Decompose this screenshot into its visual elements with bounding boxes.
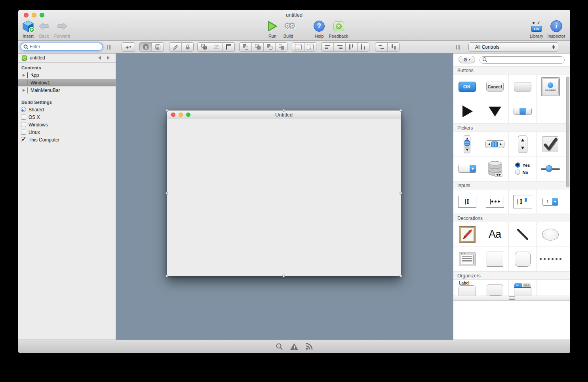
build-item-this-computer[interactable]: This Computer — [18, 136, 116, 143]
build-item-shared[interactable]: Shared — [18, 106, 116, 113]
align-bottom-button[interactable] — [357, 43, 369, 51]
resize-handle-top-left[interactable] — [166, 109, 168, 112]
match-height-button[interactable]: ↕ — [304, 43, 316, 51]
feedback-button[interactable]: ✕ Feedback — [326, 20, 351, 38]
design-window-titlebar[interactable]: Untitled — [167, 111, 401, 119]
checkbox-icon — [542, 136, 558, 152]
resize-handle-top-right[interactable] — [400, 109, 402, 112]
move-backward-button[interactable] — [263, 43, 275, 51]
library-item-pagepanel[interactable] — [481, 280, 509, 296]
library-item-horizontal-scrollbar[interactable] — [481, 132, 509, 156]
resize-handle-right[interactable] — [400, 192, 402, 195]
linux-checkbox[interactable] — [21, 130, 26, 135]
forward-button[interactable]: Forward — [52, 20, 72, 38]
build-item-windows[interactable]: Windows — [18, 121, 116, 128]
find-icon[interactable] — [276, 343, 283, 350]
library-item-default-button[interactable]: OK — [453, 74, 481, 99]
disclosure-triangle-icon[interactable] — [23, 74, 26, 77]
library-item-text-area[interactable]: I — [509, 189, 537, 214]
library-item-radio-buttons[interactable]: Yes No — [509, 157, 537, 181]
xojo-ide-window: untitled Insert Back — [18, 10, 570, 353]
resize-handle-bottom-right[interactable] — [400, 275, 402, 277]
library-item-disclosure-triangle[interactable] — [453, 99, 481, 123]
resize-handle-top[interactable] — [282, 109, 285, 112]
contents-header: Contents — [18, 63, 116, 71]
windows-checkbox[interactable] — [21, 122, 26, 127]
library-item-separator[interactable] — [537, 247, 564, 271]
duplicate-button[interactable]: 1 — [198, 43, 210, 51]
align-right-button[interactable] — [333, 43, 345, 51]
library-item-checkbox[interactable] — [537, 132, 564, 156]
library-splitter[interactable] — [453, 296, 570, 301]
add-control-button[interactable]: +▾ — [122, 42, 135, 52]
library-item-popup-arrow[interactable] — [481, 99, 509, 123]
move-to-front-button[interactable] — [240, 43, 251, 51]
disclosure-triangle-icon[interactable] — [23, 89, 26, 92]
sidebar-resize-grip[interactable] — [107, 45, 111, 50]
build-item-linux[interactable]: Linux — [18, 128, 116, 136]
layout-view-button[interactable] — [140, 43, 152, 51]
library-item-cancel-button[interactable]: Cancel — [481, 74, 509, 99]
match-width-button[interactable]: ↔ — [292, 43, 304, 51]
library-item-vertical-scrollbar[interactable] — [453, 132, 481, 156]
list-view-button[interactable] — [152, 43, 164, 51]
library-item-slider[interactable] — [537, 157, 564, 181]
align-top-button[interactable] — [345, 43, 357, 51]
library-item-groupbox[interactable]: Label — [453, 280, 481, 296]
library-item-tabpanel[interactable]: Tab 1 Tab 2 — [509, 280, 537, 296]
distribute-vertical-button[interactable] — [387, 43, 399, 51]
edit-mode-button[interactable] — [169, 43, 181, 51]
insert-cube-icon — [22, 20, 34, 32]
corner-button[interactable] — [222, 43, 234, 51]
library-item-database-query[interactable] — [481, 157, 509, 181]
library-item-updown-arrows[interactable] — [509, 132, 537, 156]
filter-input[interactable] — [21, 43, 103, 51]
library-item-pushbutton[interactable] — [509, 74, 537, 99]
this-computer-checkbox[interactable] — [21, 137, 26, 142]
library-item-oval[interactable] — [537, 222, 564, 246]
measure-button[interactable] — [210, 43, 222, 51]
align-left-button[interactable] — [322, 43, 333, 51]
library-grid: Buttons OK Cancel Icon & Label — [453, 66, 570, 296]
library-item-text-field[interactable]: I — [453, 189, 481, 214]
library-item-segmented-control[interactable] — [509, 99, 537, 123]
design-window[interactable]: Untitled — [167, 110, 401, 276]
move-to-back-button[interactable] — [275, 43, 287, 51]
library-item-round-rectangle[interactable] — [509, 247, 537, 271]
sidebar-item-app[interactable]: App — [18, 71, 116, 79]
sidebar-item-window1[interactable]: Window1 — [18, 79, 116, 86]
layout-canvas[interactable]: Untitled — [116, 53, 453, 340]
move-forward-button[interactable] — [251, 43, 263, 51]
inspector-toggle-button[interactable]: i Inspector — [544, 20, 568, 38]
library-category-popup[interactable]: All Controls — [468, 42, 558, 52]
project-row[interactable]: untitled — [18, 53, 116, 63]
feed-icon[interactable] — [305, 343, 313, 350]
library-item-popup-menu[interactable] — [453, 157, 481, 181]
library-settings-button[interactable]: ⚙▾ — [459, 56, 475, 63]
library-item-rectangle[interactable] — [481, 247, 509, 271]
resize-handle-bottom[interactable] — [282, 275, 285, 277]
distribute-horizontal-button[interactable] — [375, 43, 387, 51]
library-toggle-button[interactable]: ✓ OK Library — [526, 20, 547, 38]
library-item-combo-box[interactable]: 1 — [537, 189, 564, 214]
back-button[interactable]: Back — [35, 20, 53, 38]
library-item-password-field[interactable] — [481, 189, 509, 214]
resize-handle-left[interactable] — [166, 192, 168, 195]
history-back-icon[interactable] — [96, 56, 101, 60]
osx-checkbox[interactable] — [21, 115, 26, 120]
resize-handle-bottom-left[interactable] — [166, 275, 168, 277]
warnings-icon[interactable] — [290, 343, 299, 350]
library-item-line[interactable] — [509, 222, 537, 246]
library-item-listbox[interactable] — [453, 247, 481, 271]
library-item-label[interactable]: Aa — [481, 222, 509, 246]
lock-button[interactable] — [181, 43, 193, 51]
history-forward-icon[interactable] — [107, 56, 112, 60]
build-button[interactable]: ⚙⚙ Build — [279, 20, 298, 38]
library-item-bevelbutton-selected[interactable]: Icon & Label — [537, 74, 564, 99]
build-item-osx[interactable]: OS X — [18, 113, 116, 121]
library-search-input[interactable] — [480, 56, 565, 64]
library-item-canvas[interactable] — [453, 222, 481, 246]
library-panel-grip[interactable] — [456, 45, 460, 50]
sidebar-item-mainmenubar[interactable]: MainMenuBar — [18, 86, 116, 94]
library-scrollbar-thumb[interactable] — [566, 76, 569, 187]
